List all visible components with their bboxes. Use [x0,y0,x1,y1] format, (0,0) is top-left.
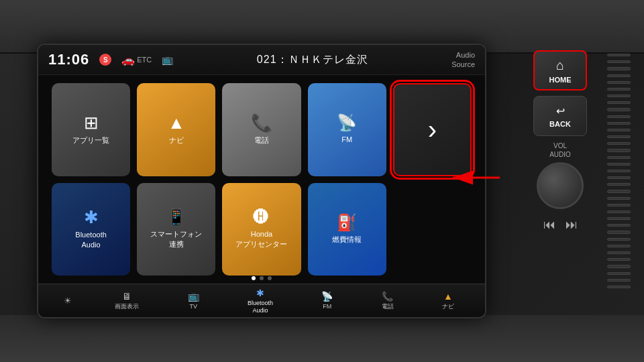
page-indicator [252,276,272,280]
home-button[interactable]: ⌂ HOME [533,50,587,90]
app-fuel-button[interactable]: ⛽ 燃費情報 [308,183,386,276]
tv-bottom-icon: 📺 [188,291,199,302]
navi-icon: ▲ [168,114,185,131]
skip-controls: ⏮ ⏭ [543,218,578,232]
home-label: HOME [549,76,572,84]
etc-indicator: 🚗 ETC [121,54,152,66]
screen-label: 画面表示 [115,303,139,310]
fm-label: FM [341,135,352,144]
car-background: 11:06 S 🚗 ETC 📺 021：ＮＨＫテレ金沢 Audio Source… [0,0,644,362]
bottom-bluetooth-button[interactable]: ✱ Bluetooth Audio [242,285,278,317]
phone-bottom-label: 電話 [382,303,394,310]
fm-bottom-label: FM [323,303,331,310]
volume-knob[interactable] [537,162,584,209]
alert-badge: S [99,54,111,66]
bottom-screen-button[interactable]: 🖥 画面表示 [109,288,144,313]
tv-label: TV [189,303,197,310]
app-apps-button[interactable]: ⊞ アプリ一覧 [52,83,130,176]
infotainment-screen: 11:06 S 🚗 ETC 📺 021：ＮＨＫテレ金沢 Audio Source… [37,44,486,318]
apps-label: アプリ一覧 [72,135,109,145]
chevron-right-icon: › [428,115,437,145]
skip-forward-button[interactable]: ⏭ [566,218,578,232]
app-bluetooth-button[interactable]: ✱ Bluetooth Audio [52,183,130,276]
app-grid: ⊞ アプリ一覧 ▲ ナビ 📞 電話 📡 FM › [38,75,485,284]
smartphone-label: スマートフォン 連携 [150,229,202,249]
phone-icon: 📞 [251,114,272,131]
bluetooth-label: Bluetooth Audio [75,230,106,249]
fuel-icon: ⛽ [337,215,357,231]
skip-back-button[interactable]: ⏮ [543,218,555,232]
screen-content: 11:06 S 🚗 ETC 📺 021：ＮＨＫテレ金沢 Audio Source… [38,45,485,317]
right-control-panel: ⌂ HOME ↩ BACK VOL AUDIO ⏮ ⏭ [520,44,600,318]
bottom-tv-button[interactable]: 📺 TV [182,288,205,313]
app-phone-button[interactable]: 📞 電話 [222,83,301,176]
bluetooth-bottom-icon: ✱ [256,288,264,298]
bottom-fm-button[interactable]: 📡 FM [316,288,338,313]
fuel-label: 燃費情報 [332,235,362,244]
dashboard-bottom [0,315,644,362]
bottom-phone-button[interactable]: 📞 電話 [376,288,399,313]
air-vent-right [607,54,631,288]
app-navi-button[interactable]: ▲ ナビ [137,83,215,176]
smartphone-icon: 📱 [166,209,186,225]
brightness-icon[interactable]: ☀ [64,296,72,306]
bluetooth-icon: ✱ [84,208,99,226]
bottom-navi-button[interactable]: ▲ ナビ [437,288,460,313]
dot-3 [268,276,272,280]
audio-source: Audio Source [451,50,475,70]
navi-bottom-icon: ▲ [443,291,453,302]
apps-icon: ⊞ [84,114,99,131]
back-button[interactable]: ↩ BACK [533,96,587,136]
dot-1 [252,276,256,280]
bottom-nav-bar: ☀ 🖥 画面表示 📺 TV ✱ Bluetooth Audio 📡 FM [38,284,485,317]
screen-icon: 🖥 [122,291,131,302]
honda-icon: 🅗 [254,209,270,225]
navi-bottom-label: ナビ [442,303,454,310]
vol-label: VOL AUDIO [537,141,584,159]
back-label: BACK [549,120,571,128]
vol-audio-section: VOL AUDIO [537,141,584,209]
app-fm-button[interactable]: 📡 FM [308,83,386,176]
clock-display: 11:06 [48,51,89,68]
back-icon: ↩ [556,105,565,117]
dot-2 [260,276,264,280]
channel-display: 021：ＮＨＫテレ金沢 [183,53,441,67]
status-bar: 11:06 S 🚗 ETC 📺 021：ＮＨＫテレ金沢 Audio Source [38,45,485,75]
annotation-arrow [446,158,513,198]
phone-label: 電話 [254,135,269,145]
app-smartphone-button[interactable]: 📱 スマートフォン 連携 [137,183,215,276]
home-icon: ⌂ [556,58,564,73]
bluetooth-bottom-label: Bluetooth Audio [248,300,273,314]
fm-icon: 📡 [337,115,357,131]
navi-label: ナビ [169,135,184,145]
tv-icon: 📺 [162,54,173,65]
phone-bottom-icon: 📞 [382,291,393,302]
app-honda-button[interactable]: 🅗 Honda アプリセンター [222,183,301,276]
fm-bottom-icon: 📡 [321,291,333,302]
honda-label: Honda アプリセンター [235,229,287,249]
